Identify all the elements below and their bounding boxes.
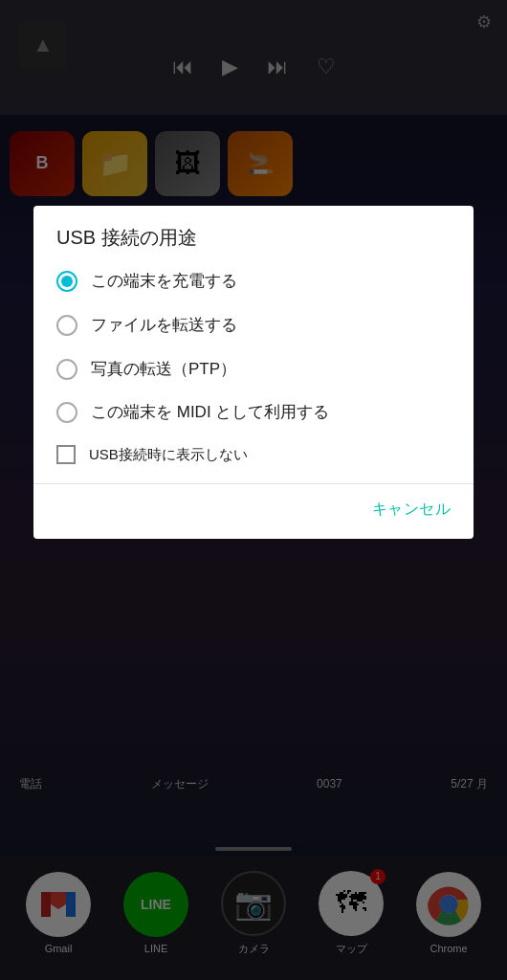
radio-file[interactable]: [56, 315, 77, 336]
dialog-title: USB 接続の用途: [56, 225, 451, 251]
option-ptp[interactable]: 写真の転送（PTP）: [56, 358, 451, 381]
dialog-divider: [33, 483, 474, 484]
option-midi[interactable]: この端末を MIDI として利用する: [56, 401, 451, 424]
option-file-label: ファイルを転送する: [91, 314, 237, 337]
radio-ptp[interactable]: [56, 359, 77, 380]
no-show-checkbox[interactable]: USB接続時に表示しない: [56, 445, 451, 464]
usb-dialog: USB 接続の用途 この端末を充電する ファイルを転送する 写真の転送（PTP）…: [33, 206, 474, 539]
radio-midi[interactable]: [56, 402, 77, 423]
radio-charge[interactable]: [56, 271, 77, 292]
option-ptp-label: 写真の転送（PTP）: [91, 358, 236, 381]
cancel-button[interactable]: キャンセル: [372, 496, 452, 523]
checkbox-box[interactable]: [56, 445, 76, 464]
option-file[interactable]: ファイルを転送する: [56, 314, 451, 337]
option-midi-label: この端末を MIDI として利用する: [91, 401, 329, 424]
option-charge[interactable]: この端末を充電する: [56, 270, 451, 293]
checkbox-label: USB接続時に表示しない: [89, 446, 248, 464]
option-charge-label: この端末を充電する: [91, 270, 237, 293]
dialog-actions: キャンセル: [56, 496, 451, 523]
